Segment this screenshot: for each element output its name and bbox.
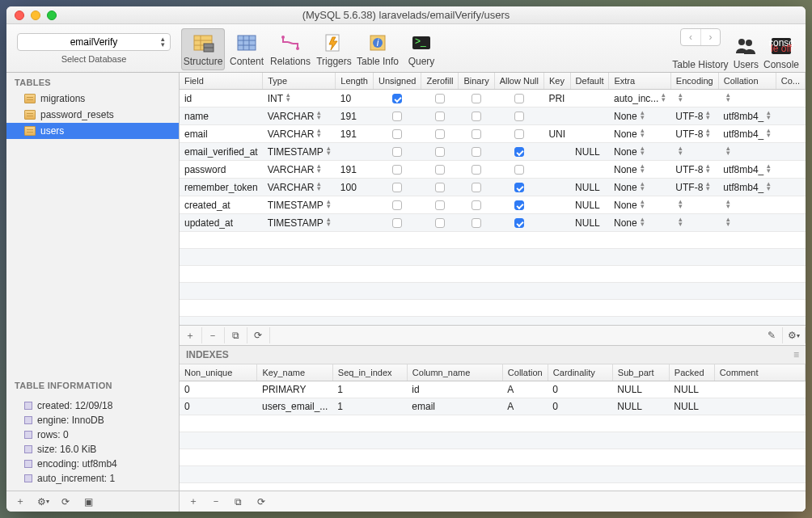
- empty-row: [180, 432, 806, 449]
- column-header[interactable]: Column_name: [407, 364, 502, 381]
- checkbox[interactable]: [514, 200, 524, 210]
- checkbox[interactable]: [435, 147, 445, 157]
- column-header[interactable]: Co...: [776, 73, 805, 90]
- column-header[interactable]: Packed: [669, 364, 714, 381]
- field-row[interactable]: email_verified_atTIMESTAMP▴▾NULLNone▴▾▴▾…: [180, 143, 806, 161]
- checkbox[interactable]: [472, 218, 481, 228]
- sidebar-table-password_resets[interactable]: password_resets: [6, 107, 179, 123]
- history-back-button[interactable]: ‹: [681, 29, 700, 45]
- column-header[interactable]: Non_unique: [180, 364, 257, 381]
- duplicate-index-button[interactable]: ⧉: [228, 494, 249, 510]
- refresh-indexes-button[interactable]: ⟳: [251, 494, 272, 510]
- field-row[interactable]: emailVARCHAR▴▾191UNINone▴▾UTF-8▴▾utf8mb4…: [180, 125, 806, 143]
- checkbox[interactable]: [435, 183, 445, 192]
- checkbox[interactable]: [472, 147, 481, 157]
- refresh-button[interactable]: ⟳: [55, 494, 76, 510]
- column-header[interactable]: Key_name: [257, 364, 332, 381]
- index-row[interactable]: 0users_email_...1emailA0NULLNULL: [180, 398, 806, 415]
- checkbox[interactable]: [472, 200, 481, 210]
- checkbox[interactable]: [514, 165, 524, 175]
- field-row[interactable]: passwordVARCHAR▴▾191None▴▾UTF-8▴▾utf8mb4…: [180, 161, 806, 179]
- checkbox[interactable]: [392, 112, 402, 121]
- tab-content[interactable]: Content: [225, 28, 269, 70]
- field-row[interactable]: idINT▴▾10PRIauto_inc...▴▾▴▾▴▾: [180, 90, 806, 107]
- sidebar-table-users[interactable]: users: [6, 123, 179, 139]
- gear-button[interactable]: ⚙▾: [32, 494, 53, 510]
- checkbox[interactable]: [392, 200, 402, 210]
- users-button[interactable]: Users: [734, 35, 759, 70]
- column-header[interactable]: Default: [570, 73, 609, 90]
- checkbox[interactable]: [392, 94, 402, 103]
- column-header[interactable]: Allow Null: [494, 73, 543, 90]
- field-row[interactable]: nameVARCHAR▴▾191None▴▾UTF-8▴▾utf8mb4_▴▾: [180, 107, 806, 125]
- column-header[interactable]: Field: [180, 73, 263, 90]
- field-row[interactable]: updated_atTIMESTAMP▴▾NULLNone▴▾▴▾▴▾: [180, 214, 806, 232]
- checkbox[interactable]: [435, 200, 445, 210]
- column-header[interactable]: Length: [336, 73, 374, 90]
- checkbox[interactable]: [435, 129, 445, 139]
- column-header[interactable]: Sub_part: [612, 364, 669, 381]
- column-header[interactable]: Key: [543, 73, 570, 90]
- column-header[interactable]: Zerofill: [421, 73, 459, 90]
- checkbox[interactable]: [472, 129, 481, 139]
- column-header[interactable]: Comment: [714, 364, 805, 381]
- checkbox[interactable]: [514, 147, 524, 157]
- field-row[interactable]: created_atTIMESTAMP▴▾NULLNone▴▾▴▾▴▾: [180, 196, 806, 214]
- column-header[interactable]: Cardinality: [548, 364, 612, 381]
- column-header[interactable]: Binary: [459, 73, 494, 90]
- column-header[interactable]: Encoding: [670, 73, 718, 90]
- checkbox[interactable]: [472, 183, 481, 192]
- checkbox[interactable]: [435, 112, 445, 121]
- checkbox[interactable]: [472, 112, 481, 121]
- column-header[interactable]: Collation: [502, 364, 548, 381]
- checkbox[interactable]: [435, 165, 445, 175]
- checkbox[interactable]: [392, 165, 402, 175]
- column-header[interactable]: Collation: [718, 73, 776, 90]
- console-button[interactable]: console off Console: [763, 35, 799, 70]
- column-header[interactable]: Unsigned: [373, 73, 421, 90]
- info-bullet-icon: [24, 416, 32, 424]
- index-row[interactable]: 0PRIMARY1idA0NULLNULL: [180, 381, 806, 398]
- history-forward-button[interactable]: ›: [700, 29, 720, 45]
- remove-field-button[interactable]: －: [202, 327, 225, 343]
- column-header[interactable]: Seq_in_index: [332, 364, 407, 381]
- database-select[interactable]: emailVerify ▴▾: [17, 33, 171, 51]
- checkbox[interactable]: [472, 165, 481, 175]
- add-button[interactable]: ＋: [10, 494, 31, 510]
- fields-grid[interactable]: FieldTypeLengthUnsignedZerofillBinaryAll…: [180, 73, 806, 325]
- duplicate-field-button[interactable]: ⧉: [225, 327, 247, 343]
- refresh-fields-button[interactable]: ⟳: [247, 327, 270, 343]
- checkbox[interactable]: [472, 94, 481, 103]
- tab-query[interactable]: >_Query: [400, 28, 443, 70]
- svg-point-11: [281, 36, 285, 39]
- checkbox[interactable]: [435, 94, 445, 103]
- hamburger-icon[interactable]: ≡: [793, 349, 799, 360]
- checkbox[interactable]: [435, 218, 445, 228]
- checkbox[interactable]: [392, 129, 402, 139]
- field-row[interactable]: remember_tokenVARCHAR▴▾100NULLNone▴▾UTF-…: [180, 179, 806, 196]
- structure-icon: [191, 32, 215, 54]
- tab-relations[interactable]: Relations: [269, 28, 312, 70]
- svg-point-19: [738, 39, 745, 45]
- tab-structure[interactable]: Structure: [181, 28, 225, 70]
- checkbox[interactable]: [514, 94, 524, 103]
- remove-index-button[interactable]: －: [205, 494, 226, 510]
- tab-triggers[interactable]: Triggers: [312, 28, 356, 70]
- checkbox[interactable]: [392, 183, 402, 192]
- edit-button[interactable]: ✎: [760, 327, 783, 343]
- sidebar-table-migrations[interactable]: migrations: [6, 91, 179, 107]
- add-index-button[interactable]: ＋: [183, 494, 204, 510]
- checkbox[interactable]: [514, 183, 524, 192]
- indexes-grid[interactable]: Non_uniqueKey_nameSeq_in_indexColumn_nam…: [180, 364, 806, 491]
- settings-button[interactable]: ⚙▾: [783, 327, 806, 343]
- checkbox[interactable]: [392, 218, 402, 228]
- checkbox[interactable]: [392, 147, 402, 157]
- checkbox[interactable]: [514, 218, 524, 228]
- column-header[interactable]: Type: [263, 73, 336, 90]
- checkbox[interactable]: [514, 112, 524, 121]
- checkbox[interactable]: [514, 129, 524, 139]
- column-header[interactable]: Extra: [609, 73, 670, 90]
- collapse-button[interactable]: ▣: [78, 494, 99, 510]
- add-field-button[interactable]: ＋: [180, 327, 202, 343]
- tab-table-info[interactable]: iTable Info: [356, 28, 400, 70]
